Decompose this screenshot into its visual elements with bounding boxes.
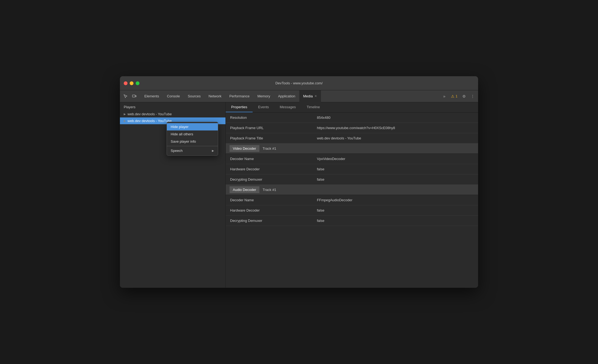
prop-value-vd-demuxer: false (313, 175, 478, 184)
audio-decoder-track: Track #1 (263, 188, 276, 192)
table-row: Hardware Decoder false (226, 205, 478, 216)
panel-tabs: Properties Events Messages Timeline (226, 102, 478, 113)
prop-label-resolution: Resolution (226, 113, 313, 122)
table-row: Playback Frame Title web.dev devtools - … (226, 133, 478, 143)
table-row: Decoder Name VpxVideoDecoder (226, 154, 478, 164)
minimize-button[interactable] (130, 81, 133, 85)
prop-value-playback-title: web.dev devtools - YouTube (313, 134, 478, 142)
table-row: Hardware Decoder false (226, 164, 478, 174)
prop-label-ad-demuxer: Decrypting Demuxer (226, 216, 313, 225)
audio-decoder-header: Audio Decoder Track #1 (226, 185, 478, 195)
prop-value-vd-name: VpxVideoDecoder (313, 155, 478, 163)
prop-value-playback-url: https://www.youtube.com/watch?v=H0XScE08… (313, 124, 478, 132)
prop-label-ad-name: Decoder Name (226, 196, 313, 204)
prop-value-ad-demuxer: false (313, 216, 478, 225)
tab-messages[interactable]: Messages (274, 102, 301, 112)
toolbar-right: » ⚠ 1 ⚙ ⋮ (440, 92, 476, 100)
warning-count: 1 (456, 94, 457, 98)
tab-performance[interactable]: Performance (225, 90, 253, 102)
table-row: Resolution 854x480 (226, 113, 478, 123)
svg-rect-0 (132, 95, 135, 97)
tab-timeline[interactable]: Timeline (301, 102, 325, 112)
properties-table: Resolution 854x480 Playback Frame URL ht… (226, 113, 478, 288)
more-options-icon[interactable]: ⋮ (469, 92, 476, 100)
tab-media-close[interactable]: ✕ (314, 94, 317, 98)
maximize-button[interactable] (136, 81, 139, 85)
more-tabs-button[interactable]: » (440, 92, 448, 100)
prop-label-vd-name: Decoder Name (226, 155, 313, 163)
context-menu: Hide player Hide all others Save player … (167, 122, 218, 156)
table-row: Decoder Name FFmpegAudioDecoder (226, 195, 478, 205)
audio-decoder-tag: Audio Decoder (230, 186, 259, 193)
window-title: DevTools - www.youtube.com/ (275, 81, 323, 85)
video-decoder-track: Track #1 (263, 146, 276, 151)
settings-icon[interactable]: ⚙ (460, 92, 468, 100)
svg-rect-1 (135, 95, 136, 97)
context-menu-speech[interactable]: Speech ▶ (167, 147, 218, 154)
titlebar: DevTools - www.youtube.com/ (120, 76, 478, 90)
expand-icon-2: ▶ (124, 119, 126, 122)
tab-list: Elements Console Sources Network Perform… (141, 90, 440, 102)
prop-value-ad-hw: false (313, 206, 478, 215)
table-row: Decrypting Demuxer false (226, 174, 478, 185)
prop-value-vd-hw: false (313, 165, 478, 173)
device-mode-icon[interactable] (130, 92, 138, 100)
tab-elements[interactable]: Elements (141, 90, 163, 102)
main-content: Players ▶ web.dev devtools - YouTube ▶ w… (120, 102, 478, 288)
prop-label-vd-demuxer: Decrypting Demuxer (226, 175, 313, 184)
warning-icon: ⚠ (451, 94, 454, 98)
prop-value-ad-name: FFmpegAudioDecoder (313, 196, 478, 204)
prop-value-resolution: 854x480 (313, 113, 478, 122)
traffic-lights (124, 81, 139, 85)
prop-label-playback-url: Playback Frame URL (226, 124, 313, 132)
context-menu-hide-all-others[interactable]: Hide all others (167, 130, 218, 138)
table-row: Playback Frame URL https://www.youtube.c… (226, 123, 478, 133)
tab-application[interactable]: Application (274, 90, 300, 102)
expand-icon: ▶ (124, 113, 126, 116)
toolbar: Elements Console Sources Network Perform… (120, 90, 478, 102)
tab-events[interactable]: Events (253, 102, 274, 112)
prop-label-ad-hw: Hardware Decoder (226, 206, 313, 215)
submenu-arrow-icon: ▶ (212, 149, 214, 152)
player1-label: web.dev devtools - YouTube (128, 112, 172, 116)
sidebar: Players ▶ web.dev devtools - YouTube ▶ w… (120, 102, 226, 288)
players-title: Players (120, 102, 225, 111)
tab-console[interactable]: Console (163, 90, 184, 102)
toolbar-icons (122, 92, 138, 100)
sidebar-item-player1[interactable]: ▶ web.dev devtools - YouTube (120, 111, 225, 117)
right-panel: Properties Events Messages Timeline Reso… (226, 102, 478, 288)
close-button[interactable] (124, 81, 128, 85)
tab-memory[interactable]: Memory (254, 90, 274, 102)
warning-badge[interactable]: ⚠ 1 (449, 94, 459, 99)
prop-label-vd-hw: Hardware Decoder (226, 165, 313, 173)
tab-network[interactable]: Network (205, 90, 226, 102)
video-decoder-header: Video Decoder Track #1 (226, 143, 478, 154)
select-element-icon[interactable] (122, 92, 130, 100)
tab-sources[interactable]: Sources (184, 90, 205, 102)
table-row: Decrypting Demuxer false (226, 216, 478, 226)
tab-properties[interactable]: Properties (226, 102, 253, 112)
devtools-window: DevTools - www.youtube.com/ Elements Con (120, 76, 478, 288)
prop-label-playback-title: Playback Frame Title (226, 134, 313, 142)
video-decoder-tag: Video Decoder (230, 145, 259, 152)
player2-label: web.dev devtools - YouTube (128, 119, 172, 123)
context-menu-separator (167, 146, 218, 146)
context-menu-hide-player[interactable]: Hide player (167, 123, 218, 130)
context-menu-save-player-info[interactable]: Save player info (167, 138, 218, 145)
tab-media[interactable]: Media ✕ (299, 90, 321, 102)
